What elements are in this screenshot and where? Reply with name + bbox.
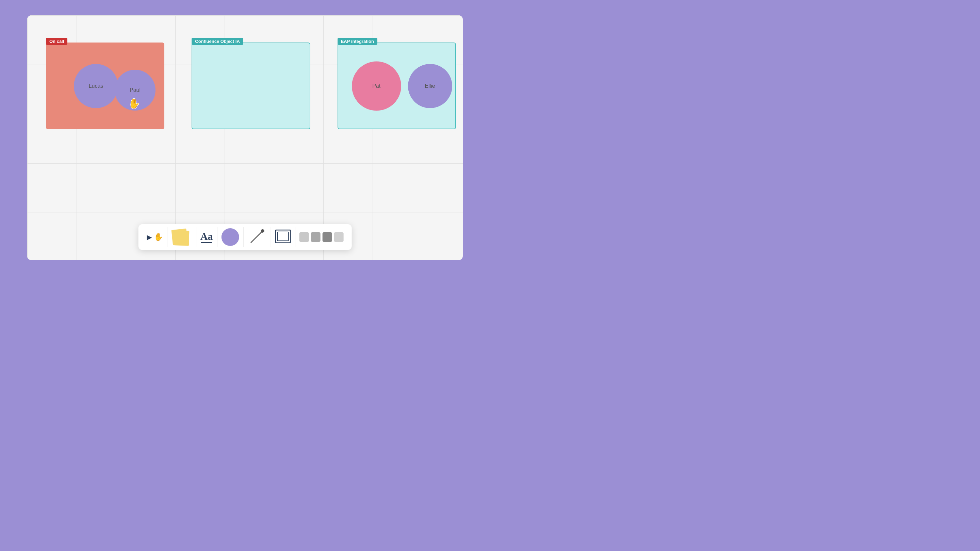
connector-tool-icon bbox=[247, 227, 266, 246]
swatch-1[interactable] bbox=[299, 232, 309, 242]
swatch-2[interactable] bbox=[311, 232, 320, 242]
svg-line-0 bbox=[251, 231, 262, 243]
hand-tool-icon: ✋ bbox=[154, 233, 163, 241]
swatch-3[interactable] bbox=[322, 232, 332, 242]
card-eap[interactable]: EAP integration Pat Ellie bbox=[337, 43, 456, 129]
toolbar-cursor-section[interactable]: ▶ ✋ bbox=[143, 227, 167, 247]
text-tool-icon: Aa bbox=[200, 231, 213, 241]
text-underline-decoration bbox=[201, 242, 212, 243]
toolbar-frame-section[interactable] bbox=[271, 227, 295, 247]
avatar-ellie: Ellie bbox=[408, 64, 452, 108]
avatar-pat: Pat bbox=[352, 61, 401, 111]
sticky-notes-icon bbox=[172, 229, 192, 246]
toolbar-sticky-section[interactable] bbox=[167, 227, 196, 247]
swatch-4[interactable] bbox=[334, 232, 343, 242]
avatar-paul[interactable]: Paul bbox=[115, 70, 156, 111]
shape-circle-icon bbox=[221, 228, 239, 246]
toolbar: ▶ ✋ Aa bbox=[138, 224, 352, 250]
play-icon: ▶ bbox=[147, 233, 152, 241]
toolbar-shape-section[interactable] bbox=[217, 227, 243, 247]
toolbar-connector-section[interactable] bbox=[243, 227, 271, 247]
card-oncall-label: On call bbox=[46, 38, 67, 45]
avatar-lucas: Lucas bbox=[74, 64, 118, 108]
card-eap-label: EAP integration bbox=[337, 38, 377, 45]
svg-point-1 bbox=[261, 229, 264, 233]
toolbar-swatches-section[interactable] bbox=[295, 227, 347, 247]
card-oncall[interactable]: On call Lucas Paul ✋ bbox=[46, 43, 164, 129]
toolbar-text-section[interactable]: Aa bbox=[196, 227, 218, 247]
card-confluence-label: Confluence Object IA bbox=[192, 38, 243, 45]
svg-rect-3 bbox=[277, 232, 288, 241]
cards-area: On call Lucas Paul ✋ Confluence Object I… bbox=[34, 43, 456, 129]
canvas: On call Lucas Paul ✋ Confluence Object I… bbox=[27, 15, 463, 260]
card-confluence[interactable]: Confluence Object IA bbox=[192, 43, 310, 129]
frame-tool-icon bbox=[275, 230, 291, 245]
